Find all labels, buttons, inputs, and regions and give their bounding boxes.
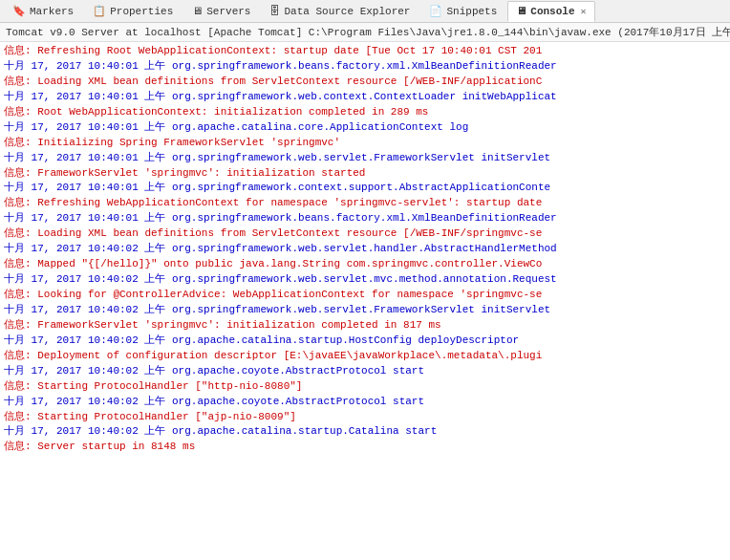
log-line: 十月 17, 2017 10:40:02 上午 org.apache.coyot… (4, 395, 726, 410)
log-line: 十月 17, 2017 10:40:02 上午 org.springframew… (4, 272, 726, 288)
log-line: 十月 17, 2017 10:40:01 上午 org.apache.catal… (4, 120, 726, 136)
log-line: 信息: FrameworkServlet 'springmvc': initia… (4, 318, 726, 334)
tab-label: Properties (110, 6, 173, 17)
log-line: 信息: Refreshing Root WebApplicationContex… (4, 44, 726, 59)
server-bar-text: Tomcat v9.0 Server at localhost [Apache … (6, 27, 730, 38)
log-line: 十月 17, 2017 10:40:02 上午 org.springframew… (4, 242, 726, 257)
log-line: 信息: Starting ProtocolHandler ["ajp-nio-8… (4, 410, 726, 425)
tab-datasource[interactable]: 🗄 Data Source Explorer (261, 1, 419, 22)
datasource-icon: 🗄 (269, 5, 280, 17)
log-line: 信息: Loading XML bean definitions from Se… (4, 226, 726, 242)
log-line: 信息: Starting ProtocolHandler ["http-nio-… (4, 379, 726, 395)
log-line: 十月 17, 2017 10:40:01 上午 org.springframew… (4, 211, 726, 226)
log-line: 十月 17, 2017 10:40:02 上午 org.apache.catal… (4, 334, 726, 349)
log-line: 十月 17, 2017 10:40:02 上午 org.apache.catal… (4, 424, 726, 440)
log-line: 十月 17, 2017 10:40:02 上午 org.springframew… (4, 303, 726, 318)
tab-label: Servers (206, 6, 250, 17)
tab-label: Markers (30, 6, 74, 17)
console-icon: 🖥 (516, 5, 526, 17)
log-line: 信息: Looking for @ControllerAdvice: WebAp… (4, 288, 726, 303)
tab-markers[interactable]: 🔖 Markers (4, 1, 82, 22)
tab-label: Snippets (446, 6, 497, 17)
tab-label: Console (530, 6, 574, 17)
tab-properties[interactable]: 📋 Properties (84, 1, 182, 22)
log-line: 十月 17, 2017 10:40:01 上午 org.springframew… (4, 151, 726, 166)
log-line: 十月 17, 2017 10:40:02 上午 org.apache.coyot… (4, 364, 726, 379)
log-line: 信息: Deployment of configuration descript… (4, 349, 726, 364)
console-output[interactable]: 信息: Refreshing Root WebApplicationContex… (0, 42, 730, 558)
properties-icon: 📋 (93, 5, 106, 17)
bookmark-icon: 🔖 (12, 5, 26, 17)
log-line: 信息: Loading XML bean definitions from Se… (4, 75, 726, 90)
server-bar: Tomcat v9.0 Server at localhost [Apache … (0, 23, 730, 42)
log-line: 信息: FrameworkServlet 'springmvc': initia… (4, 166, 726, 182)
log-line: 信息: Refreshing WebApplicationContext for… (4, 196, 726, 211)
tab-snippets[interactable]: 📄 Snippets (420, 1, 505, 22)
log-line: 十月 17, 2017 10:40:01 上午 org.springframew… (4, 90, 726, 105)
log-line: 十月 17, 2017 10:40:01 上午 org.springframew… (4, 181, 726, 196)
log-line: 信息: Initializing Spring FrameworkServlet… (4, 136, 726, 151)
log-line: 信息: Mapped "{[/hello]}" onto public java… (4, 257, 726, 272)
log-line: 信息: Root WebApplicationContext: initiali… (4, 105, 726, 120)
tab-console[interactable]: 🖥 Console ✕ (507, 1, 594, 22)
tab-label: Data Source Explorer (284, 6, 410, 17)
log-line: 十月 17, 2017 10:40:01 上午 org.springframew… (4, 59, 726, 75)
snippets-icon: 📄 (429, 5, 442, 17)
close-icon[interactable]: ✕ (581, 6, 587, 17)
tab-servers[interactable]: 🖥 Servers (183, 1, 259, 22)
log-line: 信息: Server startup in 8148 ms (4, 440, 726, 455)
tab-bar: 🔖 Markers 📋 Properties 🖥 Servers 🗄 Data … (0, 0, 730, 23)
servers-icon: 🖥 (192, 5, 203, 17)
